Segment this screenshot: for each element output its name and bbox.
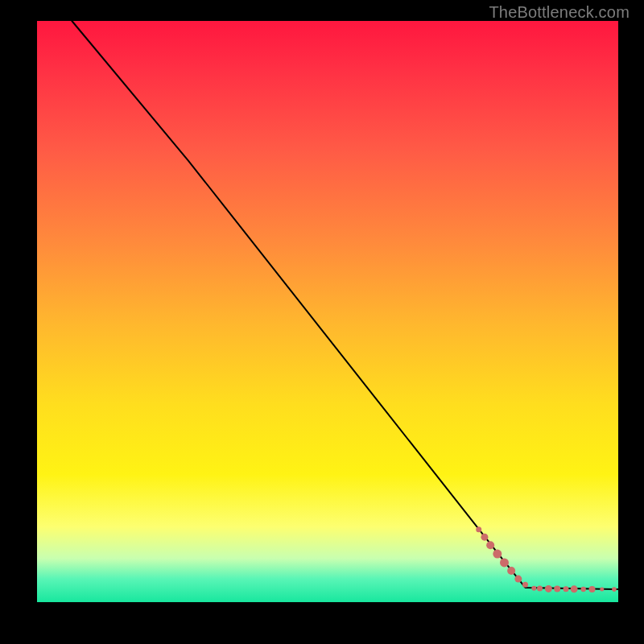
chart-frame: TheBottleneck.com bbox=[0, 0, 644, 644]
bottleneck-marker bbox=[476, 526, 481, 532]
bottleneck-marker bbox=[486, 541, 494, 549]
bottleneck-curve-line bbox=[72, 21, 618, 589]
bottleneck-marker bbox=[612, 587, 617, 592]
bottleneck-marker bbox=[514, 576, 522, 583]
watermark-label: TheBottleneck.com bbox=[489, 3, 630, 22]
bottleneck-marker bbox=[522, 582, 528, 588]
bottleneck-marker bbox=[493, 550, 502, 559]
bottleneck-marker bbox=[589, 586, 596, 592]
chart-svg bbox=[37, 21, 618, 602]
bottleneck-marker bbox=[580, 587, 585, 592]
bottleneck-marker bbox=[507, 567, 515, 575]
bottleneck-marker bbox=[537, 586, 543, 592]
bottleneck-marker bbox=[481, 534, 488, 541]
bottleneck-marker bbox=[600, 588, 604, 592]
bottleneck-markers-group bbox=[476, 526, 617, 592]
bottleneck-marker bbox=[500, 558, 509, 567]
bottleneck-marker bbox=[571, 585, 578, 592]
bottleneck-marker bbox=[564, 586, 569, 592]
bottleneck-marker bbox=[531, 586, 536, 591]
bottleneck-marker bbox=[554, 586, 560, 592]
plot-area bbox=[37, 21, 618, 602]
series-curve-group bbox=[72, 21, 618, 589]
bottleneck-marker bbox=[545, 585, 552, 592]
